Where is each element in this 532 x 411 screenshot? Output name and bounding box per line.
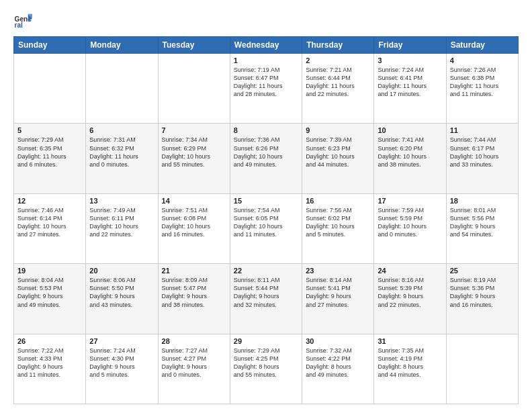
day-number: 12 [17,197,82,205]
calendar-cell: 14Sunrise: 7:51 AM Sunset: 6:08 PM Dayli… [158,193,230,263]
svg-text:ral: ral [15,21,24,29]
calendar-cell: 13Sunrise: 7:49 AM Sunset: 6:11 PM Dayli… [86,193,158,263]
week-row-5: 26Sunrise: 7:22 AM Sunset: 4:33 PM Dayli… [14,334,519,404]
calendar: SundayMondayTuesdayWednesdayThursdayFrid… [13,36,519,404]
day-info: Sunrise: 7:27 AM Sunset: 4:27 PM Dayligh… [162,347,226,379]
calendar-cell: 24Sunrise: 8:16 AM Sunset: 5:39 PM Dayli… [374,264,446,334]
day-number: 15 [234,197,298,205]
weekday-header-sunday: Sunday [14,37,86,54]
calendar-cell: 17Sunrise: 7:59 AM Sunset: 5:59 PM Dayli… [374,193,446,263]
day-number: 14 [162,197,226,205]
day-info: Sunrise: 8:01 AM Sunset: 5:56 PM Dayligh… [450,206,515,239]
day-number: 19 [17,267,82,275]
calendar-cell: 30Sunrise: 7:32 AM Sunset: 4:22 PM Dayli… [302,334,374,404]
day-number: 17 [378,197,442,205]
day-info: Sunrise: 8:09 AM Sunset: 5:47 PM Dayligh… [162,276,226,309]
day-info: Sunrise: 7:39 AM Sunset: 6:23 PM Dayligh… [306,136,370,169]
day-info: Sunrise: 8:16 AM Sunset: 5:39 PM Dayligh… [378,276,442,309]
day-number: 7 [162,126,226,134]
day-number: 28 [162,337,226,345]
calendar-cell [158,54,230,124]
weekday-header-thursday: Thursday [302,37,374,54]
weekday-header-friday: Friday [374,37,446,54]
day-info: Sunrise: 7:46 AM Sunset: 6:14 PM Dayligh… [17,206,82,239]
day-info: Sunrise: 7:51 AM Sunset: 6:08 PM Dayligh… [162,206,226,239]
weekday-header-tuesday: Tuesday [158,37,230,54]
calendar-cell [86,54,158,124]
calendar-cell: 7Sunrise: 7:34 AM Sunset: 6:29 PM Daylig… [158,124,230,193]
calendar-cell: 15Sunrise: 7:54 AM Sunset: 6:05 PM Dayli… [230,193,302,263]
calendar-cell [14,54,86,124]
calendar-cell: 2Sunrise: 7:21 AM Sunset: 6:44 PM Daylig… [302,54,374,124]
day-number: 11 [450,126,515,134]
day-number: 30 [306,337,370,345]
calendar-cell: 10Sunrise: 7:41 AM Sunset: 6:20 PM Dayli… [374,124,446,193]
day-info: Sunrise: 7:49 AM Sunset: 6:11 PM Dayligh… [89,206,154,239]
calendar-cell: 26Sunrise: 7:22 AM Sunset: 4:33 PM Dayli… [14,334,86,404]
day-number: 16 [306,197,370,205]
calendar-cell: 22Sunrise: 8:11 AM Sunset: 5:44 PM Dayli… [230,264,302,334]
week-row-3: 12Sunrise: 7:46 AM Sunset: 6:14 PM Dayli… [14,193,519,263]
day-info: Sunrise: 7:56 AM Sunset: 6:02 PM Dayligh… [306,206,370,239]
day-info: Sunrise: 8:04 AM Sunset: 5:53 PM Dayligh… [17,276,82,309]
calendar-cell: 8Sunrise: 7:36 AM Sunset: 6:26 PM Daylig… [230,124,302,193]
day-number: 1 [234,56,298,64]
day-info: Sunrise: 8:06 AM Sunset: 5:50 PM Dayligh… [89,276,154,309]
calendar-cell: 23Sunrise: 8:14 AM Sunset: 5:41 PM Dayli… [302,264,374,334]
day-number: 6 [89,126,154,134]
calendar-cell: 19Sunrise: 8:04 AM Sunset: 5:53 PM Dayli… [14,264,86,334]
day-number: 31 [378,337,442,345]
day-info: Sunrise: 7:22 AM Sunset: 4:33 PM Dayligh… [17,347,82,379]
calendar-cell: 1Sunrise: 7:19 AM Sunset: 6:47 PM Daylig… [230,54,302,124]
day-number: 4 [450,56,515,64]
calendar-cell [446,334,518,404]
day-info: Sunrise: 7:54 AM Sunset: 6:05 PM Dayligh… [234,206,298,239]
weekday-header-saturday: Saturday [446,37,518,54]
day-number: 24 [378,267,442,275]
day-info: Sunrise: 8:19 AM Sunset: 5:36 PM Dayligh… [450,276,515,309]
day-info: Sunrise: 7:29 AM Sunset: 6:35 PM Dayligh… [17,136,82,169]
day-info: Sunrise: 7:36 AM Sunset: 6:26 PM Dayligh… [234,136,298,169]
weekday-header-monday: Monday [86,37,158,54]
day-number: 26 [17,337,82,345]
day-info: Sunrise: 7:32 AM Sunset: 4:22 PM Dayligh… [306,347,370,379]
day-info: Sunrise: 7:41 AM Sunset: 6:20 PM Dayligh… [378,136,442,169]
day-info: Sunrise: 7:19 AM Sunset: 6:47 PM Dayligh… [234,66,298,99]
day-number: 20 [89,267,154,275]
day-info: Sunrise: 7:24 AM Sunset: 6:41 PM Dayligh… [378,66,442,99]
day-number: 25 [450,267,515,275]
day-number: 13 [89,197,154,205]
logo-icon: Gene ral [13,11,32,30]
day-info: Sunrise: 7:29 AM Sunset: 4:25 PM Dayligh… [234,347,298,379]
day-info: Sunrise: 7:26 AM Sunset: 6:38 PM Dayligh… [450,66,515,99]
calendar-cell: 20Sunrise: 8:06 AM Sunset: 5:50 PM Dayli… [86,264,158,334]
day-number: 2 [306,56,370,64]
day-number: 27 [89,337,154,345]
day-number: 22 [234,267,298,275]
week-row-2: 5Sunrise: 7:29 AM Sunset: 6:35 PM Daylig… [14,124,519,193]
day-info: Sunrise: 7:44 AM Sunset: 6:17 PM Dayligh… [450,136,515,169]
day-info: Sunrise: 7:35 AM Sunset: 4:19 PM Dayligh… [378,347,442,379]
day-number: 8 [234,126,298,134]
day-number: 10 [378,126,442,134]
day-number: 29 [234,337,298,345]
calendar-cell: 27Sunrise: 7:24 AM Sunset: 4:30 PM Dayli… [86,334,158,404]
calendar-cell: 9Sunrise: 7:39 AM Sunset: 6:23 PM Daylig… [302,124,374,193]
weekday-header-wednesday: Wednesday [230,37,302,54]
calendar-cell: 11Sunrise: 7:44 AM Sunset: 6:17 PM Dayli… [446,124,518,193]
day-info: Sunrise: 8:11 AM Sunset: 5:44 PM Dayligh… [234,276,298,309]
page-header: Gene ral [13,11,519,30]
weekday-header-row: SundayMondayTuesdayWednesdayThursdayFrid… [14,37,519,54]
day-number: 18 [450,197,515,205]
day-number: 3 [378,56,442,64]
calendar-cell: 25Sunrise: 8:19 AM Sunset: 5:36 PM Dayli… [446,264,518,334]
calendar-cell: 3Sunrise: 7:24 AM Sunset: 6:41 PM Daylig… [374,54,446,124]
week-row-4: 19Sunrise: 8:04 AM Sunset: 5:53 PM Dayli… [14,264,519,334]
day-number: 5 [17,126,82,134]
day-number: 21 [162,267,226,275]
calendar-cell: 16Sunrise: 7:56 AM Sunset: 6:02 PM Dayli… [302,193,374,263]
calendar-cell: 6Sunrise: 7:31 AM Sunset: 6:32 PM Daylig… [86,124,158,193]
calendar-cell: 18Sunrise: 8:01 AM Sunset: 5:56 PM Dayli… [446,193,518,263]
calendar-cell: 28Sunrise: 7:27 AM Sunset: 4:27 PM Dayli… [158,334,230,404]
day-number: 9 [306,126,370,134]
